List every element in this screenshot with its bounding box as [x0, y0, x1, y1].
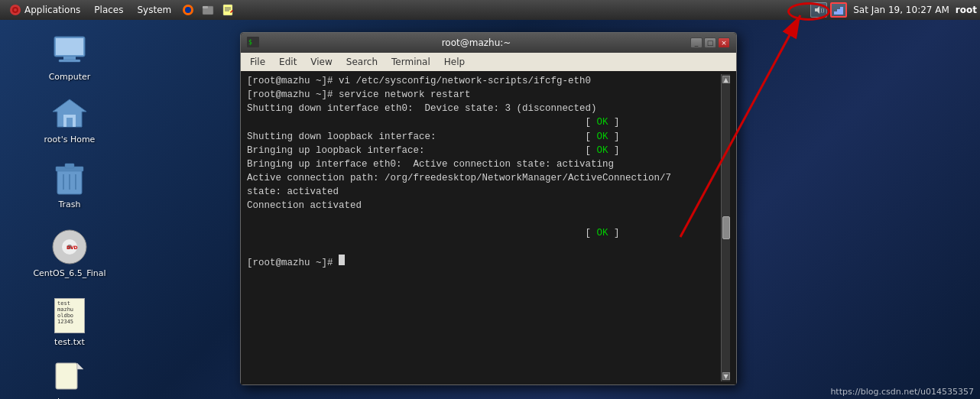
- testfile-desktop-icon[interactable]: test mazhu oldbo 12345 test.txt: [35, 294, 104, 350]
- terminal-output: [root@mazhu ~]# vi /etc/sysconfig/networ…: [247, 74, 721, 381]
- computer-icon-img: [51, 32, 88, 69]
- dvd-icon: DVD: [51, 229, 88, 265]
- taskbar-right: )))) Sat Jan 19, 10:27 AM root: [810, 2, 977, 18]
- scroll-thumb[interactable]: [722, 216, 730, 239]
- url-text: https://blog.csdn.net/u014535357: [830, 387, 974, 397]
- menu-view[interactable]: View: [304, 55, 338, 69]
- dvd-desktop-icon[interactable]: DVD CentOS_6.5_Final: [35, 225, 104, 281]
- close-button[interactable]: ×: [718, 37, 730, 48]
- terminal-app-icon: $: [247, 37, 259, 47]
- testfile-icon-img: test mazhu oldbo 12345: [51, 297, 88, 334]
- computer-label: Computer: [49, 72, 91, 82]
- svg-rect-22: [67, 118, 73, 127]
- computer-icon: [51, 35, 88, 66]
- menu-edit[interactable]: Edit: [273, 55, 303, 69]
- text-editor-launcher[interactable]: [219, 2, 237, 18]
- svg-text:)))): )))): [820, 8, 824, 14]
- svg-rect-18: [63, 57, 76, 60]
- network-icon: [833, 5, 844, 15]
- texteditor-icon: [222, 4, 234, 16]
- home-icon-img: [51, 95, 88, 131]
- taskbar-left: Applications Places System: [3, 2, 237, 18]
- terminal-title: root@mazhu:~: [262, 37, 690, 48]
- terminal-menubar: File Edit View Search Terminal Help: [241, 53, 736, 71]
- dvd-icon-img: DVD: [51, 229, 88, 265]
- svg-marker-11: [815, 6, 819, 14]
- trash-icon-img: [51, 160, 88, 196]
- system-label: System: [137, 5, 171, 15]
- volume-tray-icon[interactable]: )))): [810, 2, 827, 18]
- svg-rect-14: [837, 9, 840, 15]
- places-menu[interactable]: Places: [88, 3, 129, 17]
- scroll-up-button[interactable]: ▲: [722, 76, 730, 83]
- trash-desktop-icon[interactable]: Trash: [35, 157, 104, 212]
- home-label: root's Home: [44, 135, 96, 144]
- applications-menu[interactable]: Applications: [3, 2, 86, 18]
- svg-rect-19: [59, 60, 80, 62]
- home-desktop-icon[interactable]: root's Home: [35, 92, 104, 148]
- menu-search[interactable]: Search: [340, 55, 384, 69]
- applications-label: Applications: [24, 5, 80, 15]
- terminal-scrollbar[interactable]: ▲ ▼: [721, 74, 730, 381]
- system-menu[interactable]: System: [131, 3, 177, 17]
- taskbar: Applications Places System: [0, 0, 980, 20]
- svg-text:DVD: DVD: [67, 245, 78, 250]
- svg-rect-6: [203, 6, 208, 8]
- volume-icon: )))): [813, 5, 824, 15]
- places-label: Places: [94, 5, 123, 15]
- window-controls: _ □ ×: [690, 37, 730, 48]
- svg-point-4: [185, 7, 191, 13]
- svg-rect-7: [223, 5, 232, 15]
- trash-icon: [53, 161, 86, 196]
- svg-rect-15: [840, 7, 843, 15]
- maximize-button[interactable]: □: [704, 37, 716, 48]
- firefox-icon: [182, 4, 194, 16]
- computer-desktop-icon[interactable]: Computer: [35, 29, 104, 85]
- svg-rect-17: [56, 38, 83, 55]
- svg-rect-13: [834, 11, 837, 15]
- tray-icons: )))): [810, 2, 847, 18]
- svg-rect-25: [65, 164, 74, 168]
- clock: Sat Jan 19, 10:27 AM: [853, 5, 949, 15]
- menu-terminal[interactable]: Terminal: [385, 55, 436, 69]
- firefox-launcher[interactable]: [179, 2, 197, 18]
- terminal-titlebar: $ root@mazhu:~ _ □ ×: [241, 33, 736, 53]
- file-manager-launcher[interactable]: [199, 2, 217, 18]
- terminal-icon-small: $: [247, 36, 262, 50]
- svg-marker-35: [77, 363, 83, 369]
- bottom-bar: https://blog.csdn.net/u014535357: [0, 384, 980, 399]
- testfile-label: test.txt: [54, 337, 85, 347]
- minimize-button[interactable]: _: [690, 37, 703, 48]
- current-user: root: [956, 5, 977, 15]
- menu-file[interactable]: File: [244, 55, 271, 69]
- network-tray-icon[interactable]: [830, 2, 847, 18]
- terminal-window: $ root@mazhu:~ _ □ × File Edit View Sear…: [240, 32, 737, 385]
- menu-help[interactable]: Help: [438, 55, 471, 69]
- terminal-content[interactable]: [root@mazhu ~]# vi /etc/sysconfig/networ…: [241, 71, 736, 384]
- trash-label: Trash: [58, 200, 80, 209]
- svg-point-2: [14, 8, 17, 11]
- home-icon: [51, 96, 88, 130]
- scroll-down-button[interactable]: ▼: [722, 372, 730, 380]
- svg-text:$: $: [248, 39, 252, 46]
- dvd-label: CentOS_6.5_Final: [33, 268, 105, 278]
- filemanager-icon: [202, 4, 214, 16]
- applications-icon: [9, 4, 21, 16]
